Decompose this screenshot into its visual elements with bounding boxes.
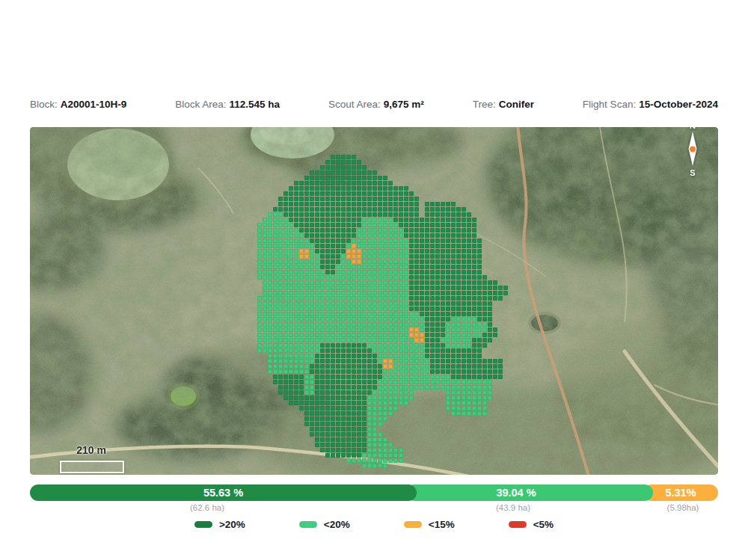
grid-cell[interactable]: [446, 296, 450, 301]
grid-cell[interactable]: [420, 369, 424, 374]
grid-cell[interactable]: [315, 369, 319, 374]
grid-cell[interactable]: [304, 197, 309, 201]
grid-cell[interactable]: [378, 239, 382, 243]
grid-cell[interactable]: [352, 312, 356, 316]
grid-cell[interactable]: [388, 348, 393, 353]
grid-cell[interactable]: [346, 307, 351, 311]
grid-cell[interactable]: [441, 359, 445, 363]
grid-cell[interactable]: [420, 254, 424, 259]
grid-cell[interactable]: [451, 354, 456, 358]
grid-cell[interactable]: [409, 333, 414, 337]
grid-cell[interactable]: [388, 249, 393, 253]
grid-cell[interactable]: [352, 390, 356, 395]
grid-cell[interactable]: [446, 301, 450, 306]
grid-cell[interactable]: [367, 396, 372, 400]
grid-cell[interactable]: [325, 396, 330, 400]
grid-cell[interactable]: [278, 228, 283, 233]
grid-cell[interactable]: [357, 453, 361, 458]
grid-cell[interactable]: [414, 322, 419, 327]
grid-cell[interactable]: [451, 322, 456, 327]
grid-cell[interactable]: [367, 448, 372, 452]
grid-cell[interactable]: [336, 155, 340, 159]
grid-cell[interactable]: [283, 218, 288, 222]
grid-cell[interactable]: [393, 307, 398, 311]
grid-cell[interactable]: [378, 197, 382, 201]
grid-cell[interactable]: [456, 343, 461, 348]
grid-cell[interactable]: [357, 265, 361, 269]
grid-cell[interactable]: [467, 369, 471, 374]
grid-cell[interactable]: [299, 364, 304, 369]
grid-cell[interactable]: [435, 212, 440, 217]
grid-cell[interactable]: [446, 317, 450, 321]
grid-cell[interactable]: [273, 307, 278, 311]
grid-cell[interactable]: [373, 390, 377, 395]
grid-cell[interactable]: [268, 327, 272, 332]
grid-cell[interactable]: [325, 160, 330, 164]
grid-cell[interactable]: [451, 343, 456, 348]
grid-cell[interactable]: [273, 212, 278, 217]
grid-cell[interactable]: [378, 312, 382, 316]
grid-cell[interactable]: [477, 354, 482, 358]
grid-cell[interactable]: [362, 375, 367, 379]
grid-cell[interactable]: [320, 296, 325, 301]
grid-cell[interactable]: [467, 317, 471, 321]
grid-cell[interactable]: [341, 265, 346, 269]
grid-cell[interactable]: [263, 327, 267, 332]
grid-cell[interactable]: [420, 354, 424, 358]
grid-cell[interactable]: [304, 218, 309, 222]
grid-cell[interactable]: [383, 228, 387, 233]
grid-cell[interactable]: [336, 416, 340, 421]
grid-cell[interactable]: [446, 359, 450, 363]
grid-cell[interactable]: [273, 301, 278, 306]
grid-cell[interactable]: [472, 338, 476, 342]
grid-cell[interactable]: [362, 259, 367, 264]
grid-cell[interactable]: [467, 401, 471, 405]
grid-cell[interactable]: [336, 212, 340, 217]
grid-cell[interactable]: [462, 322, 466, 327]
grid-cell[interactable]: [456, 270, 461, 274]
grid-cell[interactable]: [367, 348, 372, 353]
grid-cell[interactable]: [399, 239, 403, 243]
grid-cell[interactable]: [367, 312, 372, 316]
grid-cell[interactable]: [446, 218, 450, 222]
grid-cell[interactable]: [409, 291, 414, 295]
grid-cell[interactable]: [367, 233, 372, 238]
grid-cell[interactable]: [456, 301, 461, 306]
grid-cell[interactable]: [283, 327, 288, 332]
grid-cell[interactable]: [383, 207, 387, 212]
grid-cell[interactable]: [268, 301, 272, 306]
grid-cell[interactable]: [352, 348, 356, 353]
grid-cell[interactable]: [336, 160, 340, 164]
grid-cell[interactable]: [425, 307, 429, 311]
grid-cell[interactable]: [299, 191, 304, 196]
grid-cell[interactable]: [346, 186, 351, 191]
grid-cell[interactable]: [451, 254, 456, 259]
grid-cell[interactable]: [357, 432, 361, 437]
grid-cell[interactable]: [393, 218, 398, 222]
grid-cell[interactable]: [273, 254, 278, 259]
grid-cell[interactable]: [320, 312, 325, 316]
grid-cell[interactable]: [446, 275, 450, 280]
grid-cell[interactable]: [393, 207, 398, 212]
grid-cell[interactable]: [294, 259, 298, 264]
grid-cell[interactable]: [257, 223, 262, 227]
grid-cell[interactable]: [404, 270, 408, 274]
grid-cell[interactable]: [357, 170, 361, 175]
grid-cell[interactable]: [399, 254, 403, 259]
grid-cell[interactable]: [477, 265, 482, 269]
grid-cell[interactable]: [357, 364, 361, 369]
grid-cell[interactable]: [388, 270, 393, 274]
grid-cell[interactable]: [399, 380, 403, 384]
grid-cell[interactable]: [393, 364, 398, 369]
grid-cell[interactable]: [336, 291, 340, 295]
grid-cell[interactable]: [441, 233, 445, 238]
grid-cell[interactable]: [310, 364, 314, 369]
grid-cell[interactable]: [304, 186, 309, 191]
grid-cell[interactable]: [441, 307, 445, 311]
grid-cell[interactable]: [456, 406, 461, 410]
grid-cell[interactable]: [278, 301, 283, 306]
grid-cell[interactable]: [357, 165, 361, 170]
grid-cell[interactable]: [268, 280, 272, 285]
grid-cell[interactable]: [404, 390, 408, 395]
grid-cell[interactable]: [341, 406, 346, 410]
